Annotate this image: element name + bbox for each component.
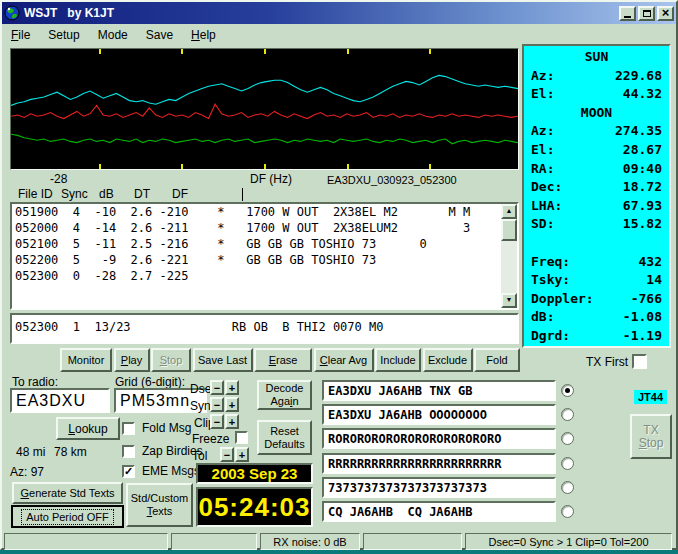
- graph-tick: [347, 49, 349, 54]
- dsec-minus-button[interactable]: −: [210, 380, 224, 395]
- decode-row[interactable]: 051900 4 -10 2.6 -210 * 1700 W OUT 2X38E…: [12, 204, 517, 220]
- tol-minus-button[interactable]: −: [220, 447, 234, 462]
- save-last-button[interactable]: Save Last: [193, 348, 253, 372]
- monitor-button[interactable]: Monitor: [60, 348, 112, 372]
- sync-plus-button[interactable]: +: [225, 397, 239, 412]
- maximize-button[interactable]: [638, 6, 655, 21]
- col-header-dt: DT: [134, 187, 150, 201]
- scroll-down-icon: ▼: [506, 296, 513, 303]
- lookup-button[interactable]: Lookup: [56, 417, 120, 440]
- close-button[interactable]: ×: [657, 6, 674, 21]
- status-bar: RX noise: 0 dB Dsec=0 Sync > 1 Clip=0 To…: [4, 533, 672, 550]
- tx-message-3-radio[interactable]: [561, 432, 574, 445]
- decode-row[interactable]: 052200 5 -9 2.6 -221 * GB GB GB TOSHIO 7…: [12, 252, 517, 268]
- tx-message-4-input[interactable]: RRRRRRRRRRRRRRRRRRRRRRRR: [322, 453, 556, 474]
- tol-label: Tol: [192, 449, 207, 463]
- tx-message-2-radio[interactable]: [561, 408, 574, 421]
- status-rx-noise: RX noise: 0 dB: [260, 533, 360, 550]
- distance-miles: 48 mi: [16, 445, 45, 459]
- tx-message-5-radio[interactable]: [561, 481, 574, 494]
- graph-ticks-top: [11, 49, 518, 54]
- tx-message-1-radio[interactable]: [561, 384, 574, 397]
- distance-km: 78 km: [54, 445, 87, 459]
- auto-period-button[interactable]: Auto Period OFF: [12, 506, 123, 527]
- scroll-down-button[interactable]: ▼: [501, 293, 517, 308]
- fold-button[interactable]: Fold: [474, 348, 520, 372]
- text-cursor: [242, 188, 243, 201]
- signal-graph[interactable]: [10, 48, 519, 170]
- col-header-file-id: File ID: [18, 187, 53, 201]
- col-header-sync: Sync: [61, 187, 88, 201]
- scroll-up-button[interactable]: ▲: [501, 204, 517, 219]
- menubar: File Setup Mode Save Help: [2, 24, 672, 46]
- freeze-checkbox[interactable]: [235, 431, 248, 444]
- eme-msgs-checkbox[interactable]: ✓: [122, 465, 135, 478]
- include-button[interactable]: Include: [375, 348, 421, 372]
- moon-sd-row: SD:15.82: [524, 215, 669, 232]
- tx-message-2-input[interactable]: EA3DXU JA6AHB OOOOOOOO: [322, 404, 556, 425]
- average-spectrum: [11, 75, 518, 105]
- graph-filename: EA3DXU_030923_052300: [327, 174, 457, 186]
- decode-row[interactable]: 052000 4 -14 2.6 -211 * 1700 W OUT 2X38E…: [12, 220, 517, 236]
- col-header-df: DF: [172, 187, 188, 201]
- sync-minus-button[interactable]: −: [210, 397, 224, 412]
- dsec-plus-button[interactable]: +: [225, 380, 239, 395]
- clip-minus-button[interactable]: −: [210, 414, 224, 429]
- tx-message-1-input[interactable]: EA3DXU JA6AHB TNX GB: [322, 380, 556, 401]
- graph-tick: [264, 164, 266, 169]
- tx-first-checkbox[interactable]: [632, 354, 647, 369]
- fold-msg-label: Fold Msg: [142, 421, 191, 435]
- menu-help[interactable]: Help: [182, 26, 225, 44]
- tx-message-6-input[interactable]: CQ JA6AHB CQ JA6AHB: [322, 501, 556, 522]
- clip-plus-button[interactable]: +: [225, 414, 239, 429]
- close-icon: ×: [662, 8, 670, 18]
- graph-tick: [347, 164, 349, 169]
- generate-std-texts-button[interactable]: Generate Std Texts: [12, 482, 123, 504]
- date-display: 2003 Sep 23: [196, 463, 313, 484]
- grid-label: Grid (6-digit):: [115, 375, 185, 389]
- tx-message-6-radio[interactable]: [561, 505, 574, 518]
- minimize-button[interactable]: [619, 6, 636, 21]
- toolbar: Monitor Play Stop Save Last Erase Clear …: [60, 348, 520, 372]
- std-custom-texts-button[interactable]: Std/Custom Texts: [126, 483, 193, 527]
- freq-row: Freq:432: [524, 253, 669, 270]
- erase-button[interactable]: Erase: [254, 348, 312, 372]
- graph-tick: [181, 164, 183, 169]
- status-panel-4: [363, 533, 462, 550]
- decode-scrollbar[interactable]: ▲ ▼: [501, 204, 517, 308]
- menu-file[interactable]: File: [2, 26, 39, 44]
- time-display: 05:24:03: [196, 487, 313, 527]
- tol-plus-button[interactable]: +: [235, 447, 249, 462]
- tx-message-3-input[interactable]: RORORORORORORORORORORORO: [322, 428, 556, 449]
- status-panel-2: [171, 533, 257, 550]
- tx-message-4-radio[interactable]: [561, 457, 574, 470]
- tsky-row: Tsky:14: [524, 271, 669, 288]
- reset-defaults-button[interactable]: Reset Defaults: [257, 420, 312, 455]
- exclude-button[interactable]: Exclude: [423, 348, 473, 372]
- play-button[interactable]: Play: [114, 348, 150, 372]
- to-radio-input[interactable]: EA3DXU: [10, 388, 110, 413]
- tx-message-5-input[interactable]: 7373737373737373737373: [322, 477, 556, 498]
- decoded-text-area[interactable]: 051900 4 -10 2.6 -210 * 1700 W OUT 2X38E…: [10, 202, 519, 310]
- tx-stop-button[interactable]: TX Stop: [630, 414, 672, 459]
- stop-button[interactable]: Stop: [151, 348, 191, 372]
- moon-dec-row: Dec:18.72: [524, 178, 669, 195]
- clear-avg-button[interactable]: Clear Avg: [314, 348, 374, 372]
- decode-again-button[interactable]: Decode Again: [257, 380, 312, 410]
- graph-tick: [99, 49, 101, 54]
- menu-mode[interactable]: Mode: [89, 26, 137, 44]
- window-title: WSJT by K1JT: [24, 6, 114, 20]
- menu-save[interactable]: Save: [137, 26, 182, 44]
- screen: WSJT by K1JT × File Setup Mode Save Help…: [0, 0, 678, 554]
- decode-row[interactable]: 052100 5 -11 2.5 -216 * GB GB GB TOSHIO …: [12, 236, 517, 252]
- zap-birdies-checkbox[interactable]: [122, 445, 135, 458]
- scroll-thumb[interactable]: [501, 219, 517, 241]
- eme-msgs-label: EME Msgs: [142, 464, 200, 478]
- titlebar[interactable]: WSJT by K1JT ×: [2, 2, 676, 24]
- status-panel-1: [4, 533, 168, 550]
- average-text-area[interactable]: 052300 1 13/23 RB OB B THI2 0070 M0: [10, 313, 519, 344]
- graph-tick: [181, 49, 183, 54]
- menu-setup[interactable]: Setup: [39, 26, 88, 44]
- decode-row[interactable]: 052300 0 -28 2.7 -225: [12, 268, 517, 284]
- fold-msg-checkbox[interactable]: [122, 422, 135, 435]
